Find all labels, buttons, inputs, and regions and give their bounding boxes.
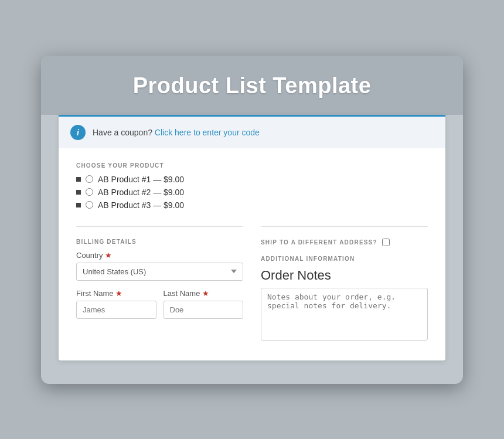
outer-card: Product List Template i Have a coupon? C… — [41, 56, 463, 384]
ship-different-label: SHIP TO A DIFFERENT ADDRESS? — [261, 239, 377, 246]
ship-different-checkbox[interactable] — [382, 239, 390, 246]
first-name-label: First Name ★ — [76, 289, 156, 298]
coupon-text: Have a coupon? Click here to enter your … — [93, 128, 260, 137]
product-list: AB Product #1 — $9.00 AB Product #2 — $9… — [76, 175, 428, 210]
required-star: ★ — [202, 289, 209, 298]
list-item: AB Product #2 — $9.00 — [76, 188, 428, 197]
order-notes-label: Order Notes — [261, 268, 428, 283]
right-col: SHIP TO A DIFFERENT ADDRESS? ADDITIONAL … — [261, 226, 428, 343]
info-icon: i — [70, 125, 86, 140]
product-radio-3[interactable] — [86, 201, 93, 209]
product-name: AB Product #3 — $9.00 — [98, 200, 184, 210]
bullet-icon — [76, 177, 81, 182]
product-name: AB Product #2 — $9.00 — [98, 188, 184, 197]
list-item: AB Product #1 — $9.00 — [76, 175, 428, 184]
last-name-label: Last Name ★ — [164, 289, 244, 298]
bullet-icon — [76, 203, 81, 207]
list-item: AB Product #3 — $9.00 — [76, 200, 428, 210]
last-name-input[interactable] — [164, 301, 244, 319]
billing-section-label: BILLING DETAILS — [76, 239, 243, 245]
ship-different-section: SHIP TO A DIFFERENT ADDRESS? — [261, 226, 428, 246]
order-notes-textarea[interactable] — [261, 288, 428, 341]
product-radio-2[interactable] — [86, 188, 93, 196]
coupon-link[interactable]: Click here to enter your code — [155, 128, 260, 137]
card-header: Product List Template — [41, 56, 463, 115]
required-star: ★ — [115, 289, 122, 298]
country-label: Country ★ — [76, 251, 243, 260]
card-body: i Have a coupon? Click here to enter you… — [59, 115, 445, 360]
additional-section-label: ADDITIONAL INFORMATION — [261, 256, 428, 262]
first-name-input[interactable] — [76, 301, 156, 319]
coupon-banner: i Have a coupon? Click here to enter you… — [59, 115, 445, 148]
name-row: First Name ★ Last Name ★ — [76, 289, 243, 319]
product-section-label: CHOOSE YOUR PRODUCT — [76, 162, 428, 169]
page-title: Product List Template — [64, 73, 440, 98]
product-name: AB Product #1 — $9.00 — [98, 175, 184, 184]
bullet-icon — [76, 190, 81, 195]
last-name-field: Last Name ★ — [164, 289, 244, 319]
billing-section: BILLING DETAILS Country ★ United States … — [76, 226, 243, 319]
country-select[interactable]: United States (US) Canada United Kingdom… — [76, 263, 243, 281]
product-radio-1[interactable] — [86, 175, 93, 183]
first-name-field: First Name ★ — [76, 289, 156, 319]
required-star: ★ — [105, 251, 112, 260]
two-col-layout: BILLING DETAILS Country ★ United States … — [76, 226, 428, 343]
